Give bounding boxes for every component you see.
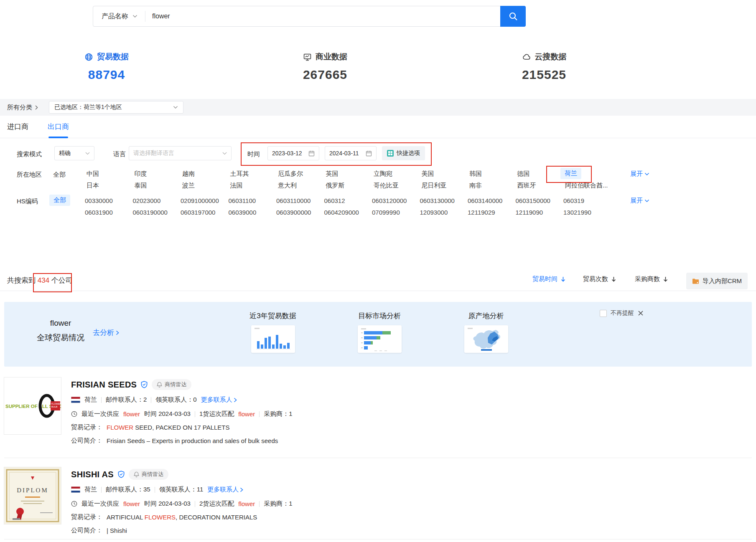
all-categories-link[interactable]: 所有分类: [7, 104, 38, 111]
hs-code-item[interactable]: 0603190000: [133, 209, 181, 216]
hs-expand-link[interactable]: 展开: [630, 197, 649, 205]
hs-code-item[interactable]: 0603150000: [516, 197, 564, 204]
hs-code-item[interactable]: 06031900: [85, 209, 133, 216]
banner-card-trade-trend[interactable]: 近3年贸易数据: [227, 311, 319, 353]
date-from-input[interactable]: 2023-03-12: [267, 146, 319, 160]
hs-code-item[interactable]: 02023000: [133, 197, 181, 204]
region-item[interactable]: 越南: [182, 170, 230, 178]
region-item[interactable]: 波兰: [182, 182, 230, 190]
region-item[interactable]: 厄瓜多尔: [278, 170, 326, 178]
region-item[interactable]: 美国: [422, 170, 470, 178]
hs-code-item[interactable]: 0603197000: [181, 209, 229, 216]
more-contacts-link[interactable]: 更多联系人: [207, 486, 243, 494]
selected-region-dropdown[interactable]: 已选地区：荷兰等1个地区: [49, 101, 183, 114]
import-crm-button[interactable]: 导入内部CRM: [686, 273, 748, 289]
search-input[interactable]: [145, 13, 500, 20]
region-item[interactable]: 俄罗斯: [326, 182, 374, 190]
cloud-icon: [522, 53, 531, 61]
region-item[interactable]: 法国: [230, 182, 278, 190]
calendar-icon: [366, 150, 372, 157]
date-to-input[interactable]: 2024-03-11: [325, 146, 377, 160]
region-item[interactable]: 英国: [326, 170, 374, 178]
hs-code-item[interactable]: 13021990: [563, 209, 611, 216]
hs-code-item[interactable]: 060312: [324, 197, 372, 204]
hs-code-item[interactable]: 0603900000: [276, 209, 324, 216]
banner-card-origin-analysis[interactable]: 原产地分析: [440, 311, 532, 353]
hs-code-item[interactable]: 0604209000: [324, 209, 372, 216]
region-item[interactable]: 阿拉伯联合酋...: [565, 182, 613, 190]
hs-code-item[interactable]: 00330000: [85, 197, 133, 204]
sort-buyer-count[interactable]: 采购商数: [635, 275, 668, 283]
region-expand-link[interactable]: 展开: [630, 170, 649, 178]
buyer-count: 采购商：1: [264, 500, 292, 508]
region-item[interactable]: 意大利: [278, 182, 326, 190]
close-icon[interactable]: [638, 310, 644, 316]
hs-all-selected[interactable]: 全部: [49, 195, 70, 206]
profile-label: 公司简介：: [71, 527, 102, 534]
sort-arrow-icon: [663, 276, 668, 282]
go-analyze-link[interactable]: 去分析: [93, 328, 119, 337]
hs-code-item[interactable]: 06031100: [229, 197, 277, 204]
sort-trade-time[interactable]: 贸易时间: [532, 275, 566, 283]
region-all[interactable]: 全部: [53, 171, 66, 179]
search-button[interactable]: [500, 6, 526, 27]
region-item[interactable]: 中国: [87, 170, 135, 178]
stat-business-data[interactable]: 商业数据 267665: [275, 51, 375, 82]
flag-netherlands: [71, 486, 80, 493]
stat-trade-data[interactable]: 贸易数据 88794: [56, 51, 157, 82]
hs-code-item[interactable]: 0603130000: [420, 197, 468, 204]
business-radar-badge[interactable]: 商情雷达: [152, 379, 191, 390]
hs-code-item[interactable]: 0603110000: [276, 197, 324, 204]
region-item[interactable]: 南非: [469, 182, 517, 190]
region-item[interactable]: 土耳其: [230, 170, 278, 178]
hs-code-item[interactable]: 12119090: [516, 209, 564, 216]
stat-trade-value: 88794: [56, 68, 157, 82]
banner-card-target-market[interactable]: 目标市场分析: [333, 311, 425, 353]
business-radar-badge[interactable]: 商情雷达: [129, 469, 168, 480]
region-item[interactable]: 尼日利亚: [422, 182, 470, 190]
hs-code-item[interactable]: 12119029: [468, 209, 516, 216]
trade-record-rest: SEED, PACKED ON 17 PALLETS: [133, 424, 229, 431]
sort-trade-time-label: 贸易时间: [532, 275, 557, 283]
region-item[interactable]: 立陶宛: [374, 170, 422, 178]
hs-code-item[interactable]: 060319: [563, 197, 611, 204]
tab-exporter[interactable]: 出口商: [48, 116, 69, 138]
region-item[interactable]: 泰国: [135, 182, 183, 190]
dont-remind-checkbox[interactable]: [600, 310, 607, 317]
tab-importer[interactable]: 进口商: [7, 116, 28, 138]
region-item[interactable]: 日本: [87, 182, 135, 190]
more-contacts-link[interactable]: 更多联系人: [201, 396, 237, 404]
hs-code-item[interactable]: 07099990: [372, 209, 420, 216]
chevron-down-icon: [173, 106, 178, 109]
quick-options-button[interactable]: 快捷选项: [382, 146, 425, 160]
region-item-selected[interactable]: 荷兰: [560, 168, 581, 179]
search-category-dropdown[interactable]: 产品名称: [93, 12, 145, 21]
language-select[interactable]: 请选择翻译语言: [129, 146, 232, 160]
region-item[interactable]: 印度: [135, 170, 183, 178]
company-name[interactable]: FRISIAN SEEDS: [71, 380, 137, 390]
company-name[interactable]: SHISHI AS: [71, 470, 114, 479]
divider: [101, 397, 102, 403]
svg-text:FLOWER: FLOWER: [51, 403, 61, 405]
hs-code-item[interactable]: 0603120000: [372, 197, 420, 204]
stat-cloud-data[interactable]: 云搜数据 215525: [494, 51, 594, 82]
hs-code-item[interactable]: 06039000: [229, 209, 277, 216]
chevron-down-icon: [644, 172, 649, 176]
hs-code-item[interactable]: 12093000: [420, 209, 468, 216]
region-item[interactable]: 韩国: [469, 170, 517, 178]
selected-region-label: 已选地区：荷兰等1个地区: [54, 104, 122, 111]
stat-business-label: 商业数据: [316, 51, 347, 62]
chevron-down-icon: [132, 15, 137, 18]
date-from-value: 2023-03-12: [272, 150, 302, 157]
buyer-count: 采购商：1: [264, 410, 292, 418]
trade-record-label: 贸易记录：: [71, 423, 102, 431]
sort-trade-count[interactable]: 贸易次数: [583, 275, 616, 283]
search-mode-select[interactable]: 精确: [54, 146, 94, 160]
region-item[interactable]: 德国: [517, 170, 565, 178]
company-contact-row: 荷兰 邮件联系人：2 领英联系人：0 更多联系人: [71, 396, 237, 404]
email-contacts: 邮件联系人：35: [106, 486, 150, 494]
hs-code-item[interactable]: 02091000000: [181, 197, 229, 204]
hs-code-item[interactable]: 0603140000: [468, 197, 516, 204]
region-item[interactable]: 哥伦比亚: [374, 182, 422, 190]
region-item[interactable]: 西班牙: [517, 182, 565, 190]
